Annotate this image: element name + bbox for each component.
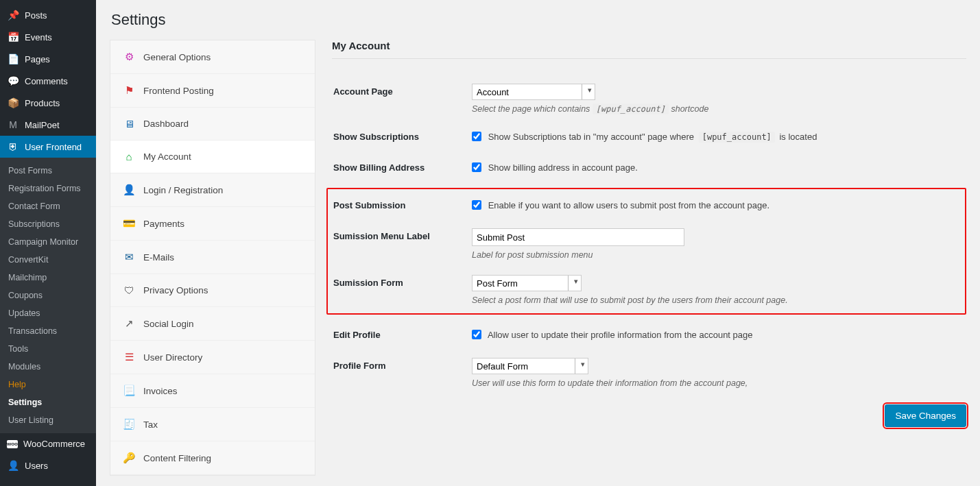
admin-submenu-campaign-monitor[interactable]: Campaign Monitor: [0, 233, 96, 251]
settings-tab-label: Tax: [143, 420, 158, 430]
admin-menu-woocommerce[interactable]: wooWooCommerce: [0, 433, 96, 454]
post-submission-highlight: Post Submission Enable if you want to al…: [326, 188, 966, 315]
admin-menu-label: Comments: [25, 76, 68, 86]
admin-submenu-coupons[interactable]: Coupons: [0, 287, 96, 304]
settings-tab-label: Social Login: [143, 319, 194, 329]
tab-icon: ⚑: [121, 84, 136, 97]
settings-tab-label: Invoices: [143, 386, 178, 396]
settings-tab-label: Content Filtering: [143, 453, 211, 463]
admin-menu-label: MailPoet: [25, 120, 60, 130]
tab-icon: ✉: [121, 251, 136, 263]
settings-tab-general-options[interactable]: ⚙General Options: [110, 40, 315, 74]
admin-menu-label: Products: [25, 98, 60, 108]
admin-submenu-post-forms[interactable]: Post Forms: [0, 162, 96, 180]
settings-panel: My Account Account Page Account Select t…: [332, 40, 966, 427]
profile-form-desc: User will use this form to update their …: [472, 378, 965, 388]
submission-menu-label-desc: Label for post submission menu: [472, 250, 959, 260]
settings-tab-my-account[interactable]: ⌂My Account: [110, 141, 315, 173]
settings-tab-label: General Options: [143, 52, 211, 62]
profile-form-select[interactable]: Default Form: [472, 358, 588, 374]
post-submission-label: Post Submission: [333, 191, 470, 220]
tab-icon: 🛡: [121, 284, 136, 296]
menu-icon: M: [7, 119, 19, 130]
show-billing-label: Show Billing Address: [333, 153, 470, 182]
settings-tab-login-registration[interactable]: 👤Login / Registration: [110, 173, 315, 207]
tab-icon: ⌂: [121, 151, 136, 162]
settings-tab-label: Payments: [143, 219, 184, 229]
menu-icon: 📅: [7, 32, 19, 42]
admin-menu-pages[interactable]: 📄Pages: [0, 48, 96, 70]
admin-menu-mailpoet[interactable]: MMailPoet: [0, 114, 96, 136]
admin-submenu-user-listing[interactable]: User Listing: [0, 411, 96, 429]
admin-menu-label: WooCommerce: [23, 439, 85, 449]
settings-tab-label: My Account: [143, 151, 191, 162]
admin-menu-comments[interactable]: 💬Comments: [0, 70, 96, 92]
settings-tab-invoices[interactable]: 📃Invoices: [110, 374, 315, 408]
admin-menu-label: Users: [25, 461, 48, 471]
admin-menu-events[interactable]: 📅Events: [0, 26, 96, 48]
admin-submenu-mailchimp[interactable]: Mailchimp: [0, 269, 96, 287]
menu-icon: 💬: [7, 75, 19, 86]
user-frontend-icon: ⛨: [7, 141, 19, 152]
settings-tab-privacy-options[interactable]: 🛡Privacy Options: [110, 274, 315, 307]
submission-menu-label-label: Sumission Menu Label: [333, 221, 470, 267]
admin-submenu-help[interactable]: Help: [0, 376, 96, 393]
submission-form-label: Sumission Form: [333, 268, 470, 312]
account-page-label: Account Page: [333, 77, 470, 121]
admin-menu-label: Pages: [25, 54, 50, 64]
admin-menu-products[interactable]: 📦Products: [0, 92, 96, 114]
menu-icon: 📄: [7, 53, 19, 64]
admin-submenu-registration-forms[interactable]: Registration Forms: [0, 180, 96, 197]
settings-tab-e-mails[interactable]: ✉E-Mails: [110, 241, 315, 274]
tab-icon: 🧾: [121, 418, 136, 430]
settings-tabs: ⚙General Options⚑Frontend Posting🖥Dashbo…: [110, 40, 315, 476]
admin-submenu-transactions[interactable]: Transactions: [0, 322, 96, 340]
tab-icon: 📃: [121, 385, 136, 397]
submission-menu-label-input[interactable]: [472, 228, 684, 246]
settings-tab-payments[interactable]: 💳Payments: [110, 207, 315, 241]
settings-tab-frontend-posting[interactable]: ⚑Frontend Posting: [110, 74, 315, 108]
admin-menu-label: Events: [25, 32, 52, 42]
show-billing-checkbox[interactable]: [472, 162, 481, 172]
admin-submenu-tools[interactable]: Tools: [0, 340, 96, 358]
settings-tab-label: Login / Registration: [143, 185, 223, 195]
show-subscriptions-label: Show Subscriptions: [333, 122, 470, 151]
settings-tab-label: User Directory: [143, 352, 202, 363]
settings-tab-tax[interactable]: 🧾Tax: [110, 408, 315, 441]
account-page-select[interactable]: Account: [472, 84, 595, 100]
tab-icon: ↗: [121, 317, 136, 330]
admin-submenu-modules[interactable]: Modules: [0, 358, 96, 376]
settings-tab-label: E-Mails: [143, 252, 174, 263]
tab-icon: 👤: [121, 184, 136, 196]
settings-tab-user-directory[interactable]: ☰User Directory: [110, 341, 315, 374]
save-changes-button[interactable]: Save Changes: [885, 404, 966, 427]
admin-submenu-settings[interactable]: Settings: [0, 393, 96, 411]
admin-submenu-contact-form[interactable]: Contact Form: [0, 197, 96, 215]
submission-form-desc: Select a post form that will use to subm…: [472, 295, 959, 305]
show-billing-text: Show billing address in account page.: [488, 162, 638, 173]
menu-icon: 👤: [7, 460, 19, 471]
admin-menu-users[interactable]: 👤Users: [0, 454, 96, 476]
panel-title: My Account: [332, 40, 966, 59]
admin-menu-user-frontend[interactable]: ⛨ User Frontend: [0, 136, 96, 158]
settings-tab-label: Frontend Posting: [143, 86, 214, 96]
main-content: Settings ⚙General Options⚑Frontend Posti…: [96, 0, 980, 486]
menu-icon: 📌: [7, 10, 19, 21]
tab-icon: 🔑: [121, 452, 136, 464]
settings-tab-label: Privacy Options: [143, 285, 208, 295]
admin-submenu-updates[interactable]: Updates: [0, 304, 96, 322]
settings-tab-dashboard[interactable]: 🖥Dashboard: [110, 108, 315, 141]
edit-profile-text: Allow user to update their profile infor…: [488, 330, 753, 340]
tab-icon: 🖥: [121, 118, 136, 130]
account-page-desc: Select the page which contains [wpuf_acc…: [472, 104, 965, 114]
admin-submenu-convertkit[interactable]: ConvertKit: [0, 251, 96, 269]
post-submission-checkbox[interactable]: [472, 200, 481, 210]
admin-menu-posts[interactable]: 📌Posts: [0, 4, 96, 26]
show-subscriptions-checkbox[interactable]: [472, 132, 481, 141]
submission-form-select[interactable]: Post Form: [472, 275, 582, 291]
settings-tab-content-filtering[interactable]: 🔑Content Filtering: [110, 441, 315, 475]
admin-submenu-subscriptions[interactable]: Subscriptions: [0, 215, 96, 233]
edit-profile-checkbox[interactable]: [472, 330, 481, 339]
profile-form-label: Profile Form: [333, 351, 470, 395]
settings-tab-social-login[interactable]: ↗Social Login: [110, 307, 315, 341]
